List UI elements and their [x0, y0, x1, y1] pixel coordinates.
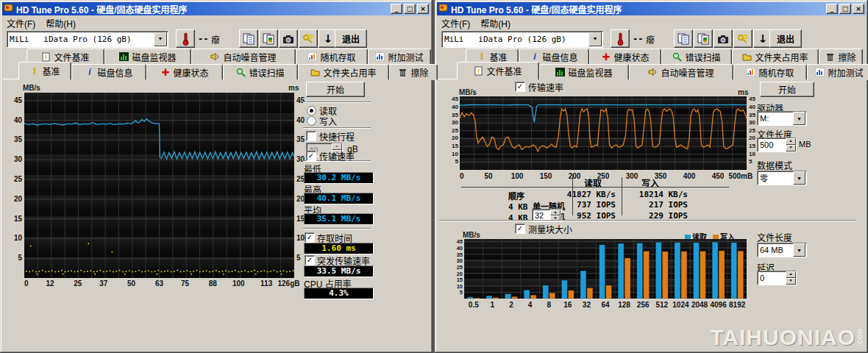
screenshot-camera-icon[interactable]: [279, 29, 298, 48]
file-benchmark-chart: [460, 96, 747, 170]
tab-disk-info[interactable]: i磁盘信息: [71, 64, 146, 80]
options-keys-icon[interactable]: [733, 29, 753, 48]
tab-health[interactable]: ✚健康状态: [146, 64, 223, 80]
exit-button[interactable]: 退出: [769, 29, 802, 48]
file-length2-dropdown[interactable]: 64 MB ▼: [757, 243, 807, 257]
data-pattern-dropdown[interactable]: 零 ▼: [757, 171, 807, 185]
tab-disk-monitor[interactable]: 磁盘监视器: [104, 49, 191, 65]
menu-help[interactable]: 帮助(H): [46, 17, 76, 29]
screenshot-camera-icon[interactable]: [714, 29, 733, 48]
titlebar[interactable]: HD Tune Pro 5.60 - 硬盘/固态硬盘实用程序 _ □ ×: [437, 2, 866, 15]
temperature-button[interactable]: [611, 29, 630, 48]
menu-file[interactable]: 文件(F): [7, 17, 35, 29]
data-point: [174, 271, 175, 272]
chevron-down-icon[interactable]: ▼: [793, 243, 805, 257]
data-point: [45, 271, 46, 272]
close-button[interactable]: ×: [417, 4, 429, 14]
start-button[interactable]: 开始: [306, 82, 365, 97]
tab-benchmark[interactable]: !基准: [18, 62, 71, 80]
drive-select[interactable]: MiLi iData Pro (126 gB) ▼: [7, 31, 168, 48]
chevron-down-icon[interactable]: ▼: [154, 32, 167, 46]
drive-select-value: MiLi iData Pro (126 gB): [7, 35, 153, 44]
short-stroke-checkbox[interactable]: [306, 131, 316, 141]
drive-select[interactable]: MiLi iData Pro (126 gB) ▼: [441, 31, 603, 48]
tab-label: 磁盘监视器: [568, 66, 612, 79]
tick-label: 45: [749, 96, 755, 102]
exit-button[interactable]: 退出: [335, 29, 367, 48]
transfer-rate-checkbox[interactable]: ✓: [515, 82, 525, 92]
tick-label: 2: [509, 301, 513, 309]
tab-erase[interactable]: 擦除: [389, 64, 438, 80]
tab-health[interactable]: ✚健康状态: [589, 49, 661, 65]
tick-label: 5: [460, 289, 463, 296]
tab-file-benchmark[interactable]: !文件基准: [457, 62, 539, 80]
copy-image-icon[interactable]: [259, 29, 278, 48]
tab-extra-tests[interactable]: 附加测试: [807, 64, 868, 80]
copy-text-icon[interactable]: [674, 29, 693, 48]
transfer-rate-checkbox[interactable]: ✓: [306, 151, 316, 161]
tab-extra-tests[interactable]: 附加测试: [368, 49, 431, 65]
data-point: [51, 270, 53, 271]
bar: [618, 243, 624, 299]
copy-text-icon[interactable]: [239, 29, 258, 48]
window-title: HD Tune Pro 5.60 - 硬盘/固态硬盘实用程序: [16, 3, 391, 15]
tick-label: 50: [484, 172, 492, 180]
data-point: [111, 252, 113, 253]
tab-aam[interactable]: 自动噪音管理: [629, 64, 733, 80]
file-length-spinner[interactable]: 500 ▲▼: [757, 138, 797, 152]
drive-dropdown[interactable]: M: ▼: [757, 111, 807, 126]
options-keys-icon[interactable]: [299, 29, 318, 48]
delay-spinner[interactable]: 0 ▲▼: [757, 271, 797, 285]
data-point: [30, 246, 32, 247]
tick-label: 40: [14, 116, 22, 124]
tab-random-access[interactable]: 随机存取: [296, 49, 368, 65]
tick-label: 88: [209, 279, 217, 288]
chevron-down-icon[interactable]: ▼: [793, 171, 805, 185]
tab-disk-monitor[interactable]: 磁盘监视器: [539, 64, 629, 80]
minimize-button[interactable]: _: [826, 4, 838, 14]
tab-folder-usage[interactable]: 文件夹占用率: [298, 64, 389, 80]
tab-error-scan[interactable]: 错误扫描: [223, 64, 298, 80]
data-point: [223, 274, 224, 275]
trash-icon: [398, 68, 408, 77]
data-point: [54, 271, 56, 272]
access-time-checkbox[interactable]: ✓: [305, 232, 315, 243]
close-button[interactable]: ×: [853, 4, 864, 14]
tab-aam[interactable]: 自动噪音管理: [191, 49, 296, 65]
tick-label: 0: [24, 279, 29, 288]
tab-label: 自动噪音管理: [223, 51, 276, 63]
menu-file[interactable]: 文件(F): [441, 17, 470, 29]
data-point: [62, 274, 63, 275]
temperature-button[interactable]: [176, 29, 195, 48]
maximize-button[interactable]: □: [404, 4, 416, 14]
write-radio[interactable]: [307, 116, 316, 126]
bar: [580, 271, 586, 299]
y-axis-unit-left: MB/s: [459, 88, 477, 96]
tab-error-scan[interactable]: 错误扫描: [661, 49, 732, 65]
burst-rate-checkbox[interactable]: ✓: [305, 255, 315, 265]
tick-label: 16: [563, 301, 572, 309]
spinner-arrows[interactable]: ▲▼: [786, 271, 796, 285]
data-point: [289, 271, 291, 272]
titlebar[interactable]: HD Tune Pro 5.60 - 硬盘/固态硬盘实用程序 _ □ ×: [2, 2, 430, 15]
tab-folder-usage[interactable]: 文件夹占用率: [732, 49, 819, 65]
copy-image-icon[interactable]: [694, 29, 713, 48]
minimize-button[interactable]: _: [391, 4, 402, 14]
x-axis-ticks: 0.512481632641282565121024204840968192: [464, 301, 747, 310]
spinner-arrows[interactable]: ▲▼: [786, 138, 796, 151]
menu-help[interactable]: 帮助(H): [480, 17, 511, 29]
chevron-down-icon[interactable]: ▼: [588, 32, 602, 46]
block-size-checkbox[interactable]: ✓: [515, 224, 525, 234]
read-radio[interactable]: [307, 106, 316, 115]
tick-label: 5: [455, 158, 458, 165]
start-button[interactable]: 开始: [760, 82, 814, 97]
tab-erase[interactable]: 擦除: [819, 49, 863, 65]
y-axis-unit-right: ms: [288, 84, 299, 92]
tab-random-access[interactable]: 随机存取: [733, 64, 807, 80]
tab-label: 磁盘信息: [542, 51, 577, 63]
chevron-down-icon[interactable]: ▼: [793, 112, 805, 125]
tick-label: 128: [618, 301, 630, 309]
tick-label: 25: [749, 127, 755, 134]
data-point: [180, 271, 182, 272]
maximize-button[interactable]: □: [839, 4, 851, 14]
